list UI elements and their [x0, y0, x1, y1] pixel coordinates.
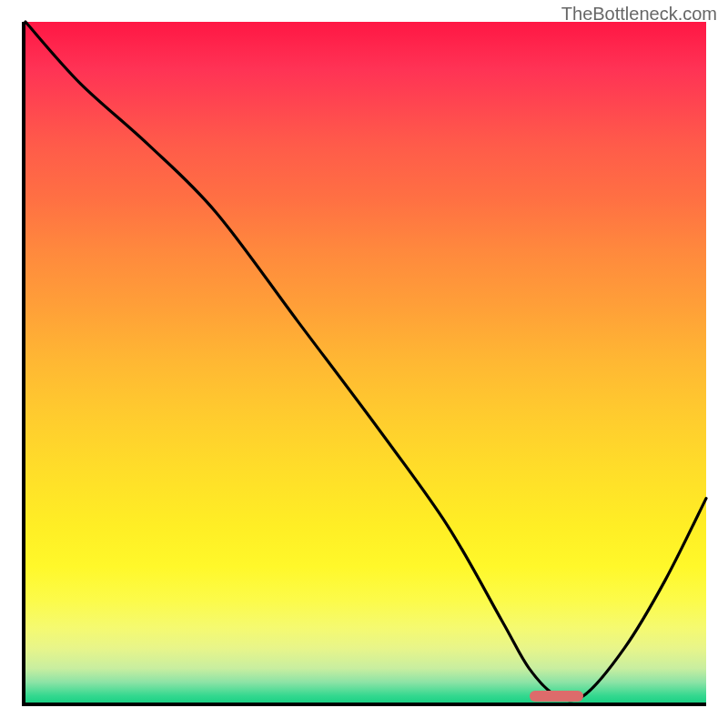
watermark-text: TheBottleneck.com — [561, 4, 717, 25]
chart-plot-area — [22, 22, 706, 706]
bottleneck-curve-path — [25, 22, 706, 701]
chart-curve-svg — [25, 22, 706, 703]
optimal-marker — [530, 691, 584, 702]
